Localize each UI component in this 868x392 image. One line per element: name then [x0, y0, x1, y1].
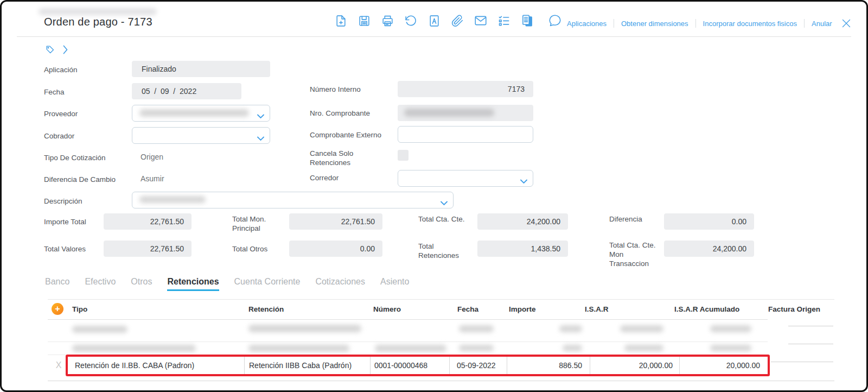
page-title: Orden de pago - 7173 [44, 16, 152, 28]
column-header-fecha[interactable]: Fecha [457, 305, 478, 313]
chevron-down-icon [257, 111, 264, 121]
cell-importe: 886.50 [507, 357, 590, 374]
cancela-solo-retenciones-label: Cancela Solo Retenciones [310, 149, 371, 167]
total-cta-cte-label: Total Cta. Cte. [418, 214, 473, 224]
link-separator [695, 19, 696, 28]
redacted-cell [248, 325, 361, 332]
link-separator [804, 19, 805, 28]
descripcion-label: Descripción [44, 197, 82, 206]
column-header-factura-origen[interactable]: Factura Origen [768, 305, 820, 313]
redacted-cell [710, 345, 751, 351]
tab-retenciones[interactable]: Retenciones [167, 277, 219, 291]
cobrador-label: Cobrador [44, 131, 74, 141]
tab-cotizaciones[interactable]: Cotizaciones [315, 277, 365, 291]
highlighted-retencion-row[interactable]: Retención de II.BB. CABA (Padron) Retenc… [66, 355, 770, 376]
column-header-isar-acumulado[interactable]: I.S.A.R Acumulado [674, 305, 739, 313]
cell-numero: 0001-00000468 [371, 357, 450, 374]
print-icon[interactable] [380, 14, 394, 28]
total-otros-field: 0.00 [289, 241, 382, 257]
proveedor-label: Proveedor [44, 109, 78, 118]
chevron-down-icon [520, 176, 527, 186]
total-retenciones-field: 1,438.50 [477, 241, 568, 257]
diferencia-label: Diferencia [609, 214, 661, 224]
font-document-icon[interactable] [427, 14, 441, 28]
comment-icon[interactable] [548, 14, 562, 28]
table-bottom-border [48, 381, 834, 381]
aplicaciones-link[interactable]: Aplicaciones [567, 20, 607, 28]
redacted-descripcion-value [139, 196, 206, 203]
checklist-icon[interactable] [497, 14, 511, 28]
redacted-cell [620, 325, 663, 332]
diferencia-cambio-label: Diferencia De Cambio [44, 175, 116, 184]
redacted-nro-comprobante-value [404, 109, 494, 117]
tab-banco[interactable]: Banco [45, 277, 69, 291]
obtener-dimensiones-link[interactable]: Obtener dimensiones [621, 20, 688, 28]
numero-interno-label: Número Interno [310, 85, 361, 94]
cell-tipo: Retención de II.BB. CABA (Padron) [68, 357, 245, 374]
total-retenciones-label: Total Retenciones [418, 242, 462, 260]
comprobante-externo-input[interactable] [398, 126, 533, 143]
anular-link[interactable]: Anular [812, 20, 832, 28]
breadcrumb [45, 45, 68, 57]
toolbar [334, 14, 562, 28]
column-header-retencion[interactable]: Retención [248, 305, 284, 313]
add-retencion-button[interactable]: + [52, 303, 63, 315]
redacted-cell [375, 345, 446, 352]
total-cta-cte-mon-label: Total Cta. Cte. Mon Transaccion [609, 241, 659, 268]
tab-cuenta-corriente[interactable]: Cuenta Corriente [234, 277, 301, 291]
copy-document-icon[interactable] [520, 14, 534, 28]
new-document-icon[interactable] [334, 14, 348, 28]
toolbar-links: Aplicaciones Obtener dimensiones Incorpo… [567, 16, 853, 30]
redacted-cell [72, 345, 196, 352]
attachment-icon[interactable] [450, 14, 464, 28]
factura-origen-cell-border [788, 344, 833, 344]
total-valores-label: Total Valores [44, 244, 100, 254]
column-header-isar[interactable]: I.S.A.R [585, 305, 609, 313]
row-separator [48, 342, 768, 342]
numero-interno-field: 7173 [398, 81, 533, 97]
total-valores-field: 22,761.50 [104, 241, 192, 257]
redacted-cell [563, 345, 582, 351]
redacted-cell [710, 325, 751, 332]
chevron-right-icon[interactable] [63, 45, 68, 56]
mail-icon[interactable] [474, 14, 488, 28]
save-icon[interactable] [357, 14, 371, 28]
aplicacion-label: Aplicación [44, 65, 78, 74]
cell-retencion: Retención IIBB Caba (Padrón) [245, 357, 371, 374]
redacted-cell [459, 325, 494, 332]
tab-asiento[interactable]: Asiento [380, 277, 409, 291]
row-separator [48, 355, 66, 355]
redacted-cell [72, 326, 127, 333]
redacted-cell [559, 325, 582, 332]
column-header-tipo[interactable]: Tipo [72, 305, 87, 313]
total-mon-principal-field: 22,761.50 [289, 213, 382, 230]
header-bottom-border [48, 319, 768, 320]
tipo-cotizacion-value: Origen [141, 153, 163, 161]
tab-bar: Banco Efectivo Otros Retenciones Cuenta … [45, 277, 409, 291]
total-cta-cte-mon-field: 24,200.00 [664, 241, 754, 257]
fecha-field[interactable]: 05 / 09 / 2022 [132, 83, 241, 99]
diferencia-field: 0.00 [664, 213, 754, 230]
factura-origen-cell-border [771, 362, 833, 362]
orden-de-pago-window: Orden de pago - 7173 [0, 0, 868, 392]
diferencia-cambio-value: Asumir [141, 174, 164, 183]
close-icon[interactable] [839, 16, 853, 30]
nro-comprobante-label: Nro. Comprobante [310, 109, 370, 118]
remove-row-button[interactable]: X [52, 358, 66, 372]
cancela-solo-retenciones-checkbox[interactable] [398, 150, 409, 161]
column-header-importe[interactable]: Importe [509, 305, 536, 313]
chevron-down-icon [441, 198, 448, 208]
corredor-dropdown[interactable] [398, 170, 533, 187]
history-icon[interactable] [404, 14, 418, 28]
chevron-down-icon [257, 134, 264, 143]
tag-icon[interactable] [45, 45, 55, 57]
column-header-numero[interactable]: Número [373, 305, 401, 313]
comprobante-externo-label: Comprobante Externo [310, 130, 381, 140]
importe-total-label: Importe Total [44, 217, 100, 226]
redacted-window-breadcrumb [39, 8, 157, 15]
tab-efectivo[interactable]: Efectivo [85, 277, 116, 291]
cell-fecha: 05-09-2022 [450, 357, 507, 374]
tab-otros[interactable]: Otros [131, 277, 152, 291]
incorporar-documentos-link[interactable]: Incorporar documentos fisicos [703, 20, 797, 28]
cobrador-dropdown[interactable] [132, 127, 270, 144]
